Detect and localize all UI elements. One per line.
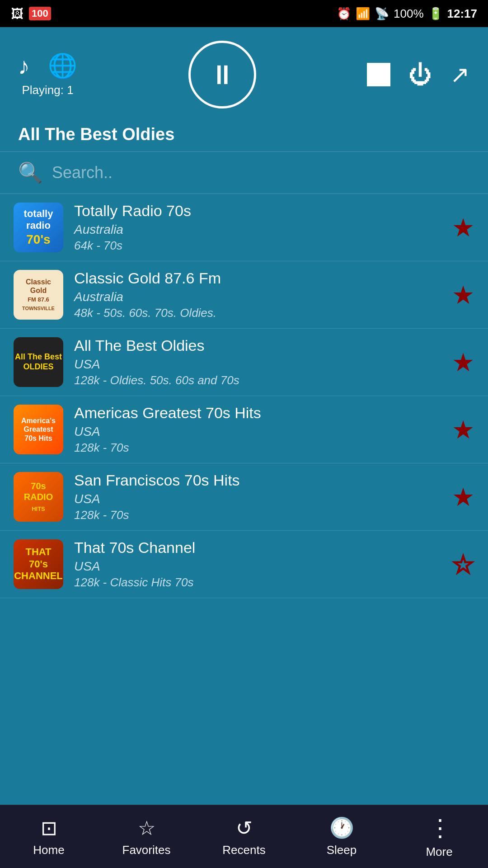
music-icon[interactable]: ♪ — [18, 52, 30, 80]
recents-icon: ↺ — [236, 816, 253, 840]
alarm-icon: ⏰ — [337, 7, 351, 21]
bottom-navigation: ⊡ Home ☆ Favorites ↺ Recents 🕐 Sleep ⋮ M… — [0, 805, 488, 868]
more-icon: ⋮ — [428, 814, 450, 841]
favorite-button[interactable]: ★ — [452, 415, 474, 444]
list-item[interactable]: 70sRADIOHITS San Franciscos 70s Hits USA… — [0, 463, 488, 531]
favorite-button[interactable]: ★ — [452, 213, 474, 242]
nav-item-more[interactable]: ⋮ More — [390, 814, 488, 859]
battery-icon: 🔋 — [428, 7, 443, 21]
station-meta: 128k - Classic Hits 70s — [74, 576, 441, 590]
station-name: Classic Gold 87.6 Fm — [74, 269, 441, 287]
current-station-title: All The Best Oldies — [0, 118, 488, 152]
player-right-controls: ⏻ ↗ — [367, 61, 470, 88]
station-name: San Franciscos 70s Hits — [74, 472, 441, 489]
favorites-icon: ☆ — [138, 816, 155, 840]
battery-level: 100% — [394, 7, 424, 21]
station-logo-classic-gold: ClassicGoldFM 87.6TOWNSVILLE — [14, 270, 63, 320]
sleep-icon: 🕐 — [329, 816, 354, 840]
station-meta: 128k - Oldies. 50s. 60s and 70s — [74, 373, 441, 387]
station-name: Totally Radio 70s — [74, 202, 441, 220]
player-header: ♪ 🌐 Playing: 1 ⏸ ⏻ ↗ — [0, 27, 488, 118]
station-country: USA — [74, 357, 441, 372]
favorite-button[interactable]: ★ — [452, 280, 474, 310]
station-info: Americas Greatest 70s Hits USA 128k - 70… — [74, 404, 441, 455]
station-meta: 48k - 50s. 60s. 70s. Oldies. — [74, 306, 441, 320]
nav-label-sleep: Sleep — [327, 843, 357, 857]
nav-label-recents: Recents — [222, 843, 265, 857]
station-country: USA — [74, 492, 441, 506]
station-list: totallyradio70's Totally Radio 70s Austr… — [0, 194, 488, 661]
station-name: Americas Greatest 70s Hits — [74, 404, 441, 422]
station-country: USA — [74, 425, 441, 439]
stop-button[interactable] — [367, 63, 390, 86]
station-info: Classic Gold 87.6 Fm Australia 48k - 50s… — [74, 269, 441, 320]
player-center: ⏸ — [188, 41, 256, 108]
list-item[interactable]: ClassicGoldFM 87.6TOWNSVILLE Classic Gol… — [0, 261, 488, 329]
station-info: That 70s Channel USA 128k - Classic Hits… — [74, 539, 441, 590]
station-meta: 128k - 70s — [74, 441, 441, 455]
pause-icon: ⏸ — [209, 59, 236, 90]
share-icon[interactable]: ↗ — [450, 61, 470, 88]
station-meta: 128k - 70s — [74, 508, 441, 522]
nav-label-more: More — [426, 845, 452, 859]
station-info: San Franciscos 70s Hits USA 128k - 70s — [74, 472, 441, 522]
nav-label-favorites: Favorites — [122, 843, 171, 857]
favorite-button[interactable]: ★ — [452, 482, 474, 512]
search-bar: 🔍 — [0, 152, 488, 194]
nav-item-recents[interactable]: ↺ Recents — [195, 816, 293, 857]
nav-item-sleep[interactable]: 🕐 Sleep — [293, 816, 390, 857]
signal-icon: 📡 — [375, 7, 389, 21]
nav-item-home[interactable]: ⊡ Home — [0, 816, 98, 857]
globe-icon[interactable]: 🌐 — [48, 52, 77, 80]
station-info: Totally Radio 70s Australia 64k - 70s — [74, 202, 441, 253]
station-logo-all-the-best-oldies: All The BestOLDIES — [14, 337, 63, 387]
list-item[interactable]: totallyradio70's Totally Radio 70s Austr… — [0, 194, 488, 261]
player-left-controls: ♪ 🌐 Playing: 1 — [18, 52, 77, 97]
pause-button[interactable]: ⏸ — [188, 41, 256, 108]
photo-icon: 🖼 — [11, 6, 23, 21]
wifi-icon: 📶 — [356, 7, 370, 21]
power-icon[interactable]: ⏻ — [408, 61, 432, 88]
station-logo-totally-radio-70s: totallyradio70's — [14, 203, 63, 252]
station-logo-that-70s-channel: THAT70'sCHANNEL — [14, 539, 63, 589]
favorite-button[interactable]: ★ — [452, 348, 474, 377]
nav-item-favorites[interactable]: ☆ Favorites — [98, 816, 195, 857]
radio-icon: 100 — [29, 7, 51, 20]
favorite-button[interactable]: ☆ — [452, 550, 474, 579]
station-name: That 70s Channel — [74, 539, 441, 557]
search-input[interactable] — [52, 163, 470, 182]
list-item[interactable]: All The BestOLDIES All The Best Oldies U… — [0, 329, 488, 396]
station-country: Australia — [74, 290, 441, 304]
station-name: All The Best Oldies — [74, 337, 441, 354]
station-country: USA — [74, 559, 441, 574]
status-left: 🖼 100 — [11, 6, 51, 21]
status-right: ⏰ 📶 📡 100% 🔋 12:17 — [337, 7, 477, 21]
list-item[interactable]: THAT70'sCHANNEL That 70s Channel USA 128… — [0, 531, 488, 598]
playing-label: Playing: 1 — [22, 83, 73, 97]
nav-label-home: Home — [33, 843, 64, 857]
status-bar: 🖼 100 ⏰ 📶 📡 100% 🔋 12:17 — [0, 0, 488, 27]
station-info: All The Best Oldies USA 128k - Oldies. 5… — [74, 337, 441, 387]
home-icon: ⊡ — [41, 816, 57, 840]
list-item[interactable]: America'sGreatest70s Hits Americas Great… — [0, 396, 488, 463]
time-display: 12:17 — [447, 7, 478, 21]
station-logo-americas-greatest: America'sGreatest70s Hits — [14, 405, 63, 454]
station-logo-sf-70s-hits: 70sRADIOHITS — [14, 472, 63, 522]
station-meta: 64k - 70s — [74, 239, 441, 253]
search-icon: 🔍 — [18, 161, 43, 184]
station-country: Australia — [74, 222, 441, 237]
